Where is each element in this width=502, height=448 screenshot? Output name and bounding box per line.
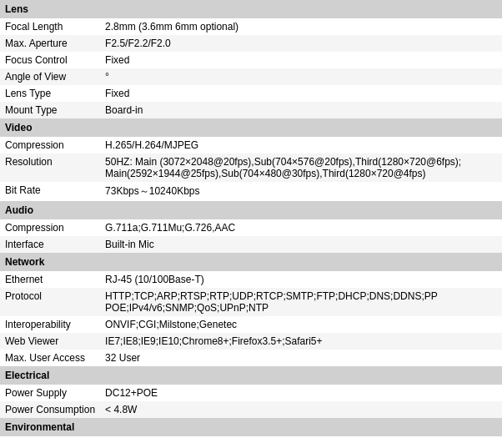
row-value: < 4.8W <box>100 401 502 418</box>
row-value: 50HZ: Main (3072×2048@20fps),Sub(704×576… <box>100 154 502 182</box>
row-value: ONVIF;CGI;Milstone;Genetec <box>100 316 502 333</box>
section-title: Electrical <box>0 366 502 385</box>
row-label: Compression <box>0 219 100 236</box>
table-row: CompressionG.711a;G.711Mu;G.726,AAC <box>0 219 502 236</box>
section-title: Environmental <box>0 418 502 436</box>
row-value: Fixed <box>100 52 502 68</box>
section-header: Network <box>0 253 502 271</box>
row-label: Lens Type <box>0 85 100 102</box>
row-label: Protocol <box>0 288 100 316</box>
row-label: Power Consumption <box>0 401 100 418</box>
row-value: 2.8mm (3.6mm 6mm optional) <box>100 18 502 35</box>
table-row: Max. User Access32 User <box>0 350 502 366</box>
section-title: Network <box>0 253 502 271</box>
row-label: Max. User Access <box>0 350 100 366</box>
table-row: EthernetRJ-45 (10/100Base-T) <box>0 271 502 288</box>
section-header: Environmental <box>0 418 502 436</box>
row-label: Interoperability <box>0 316 100 333</box>
section-header: Electrical <box>0 366 502 385</box>
table-row: InterfaceBuilt-in Mic <box>0 236 502 253</box>
section-title: Lens <box>0 0 502 18</box>
table-row: Mount TypeBoard-in <box>0 102 502 118</box>
row-label: Interface <box>0 236 100 253</box>
section-header: Audio <box>0 201 502 219</box>
row-value: H.265/H.264/MJPEG <box>100 137 502 154</box>
table-row: Focal Length2.8mm (3.6mm 6mm optional) <box>0 18 502 35</box>
table-row: Max. ApertureF2.5/F2.2/F2.0 <box>0 35 502 52</box>
row-value: F2.5/F2.2/F2.0 <box>100 35 502 52</box>
row-value: ° <box>100 68 502 85</box>
row-label: Angle of View <box>0 68 100 85</box>
section-header: Video <box>0 118 502 137</box>
section-header: Lens <box>0 0 502 18</box>
row-value: 73Kbps～10240Kbps <box>100 182 502 201</box>
section-title: Video <box>0 118 502 137</box>
table-row: Angle of View° <box>0 68 502 85</box>
table-row: CompressionH.265/H.264/MJPEG <box>0 137 502 154</box>
table-row: Power SupplyDC12+POE <box>0 385 502 401</box>
row-label: Resolution <box>0 154 100 182</box>
row-label: Max. Aperture <box>0 35 100 52</box>
row-value: RJ-45 (10/100Base-T) <box>100 271 502 288</box>
table-row: InteroperabilityONVIF;CGI;Milstone;Genet… <box>0 316 502 333</box>
row-label: Web Viewer <box>0 333 100 350</box>
row-value: IE7;IE8;IE9;IE10;Chrome8+;Firefox3.5+;Sa… <box>100 333 502 350</box>
table-row: Focus ControlFixed <box>0 52 502 68</box>
row-value: HTTP;TCP;ARP;RTSP;RTP;UDP;RTCP;SMTP;FTP;… <box>100 288 502 316</box>
row-label: Ethernet <box>0 271 100 288</box>
table-row: ProtocolHTTP;TCP;ARP;RTSP;RTP;UDP;RTCP;S… <box>0 288 502 316</box>
row-label: Power Supply <box>0 385 100 401</box>
table-row: Web ViewerIE7;IE8;IE9;IE10;Chrome8+;Fire… <box>0 333 502 350</box>
table-row: Lens TypeFixed <box>0 85 502 102</box>
row-label: Focal Length <box>0 18 100 35</box>
row-label: Focus Control <box>0 52 100 68</box>
table-row: Bit Rate73Kbps～10240Kbps <box>0 182 502 201</box>
row-value: G.711a;G.711Mu;G.726,AAC <box>100 219 502 236</box>
row-value: Board-in <box>100 102 502 118</box>
section-title: Audio <box>0 201 502 219</box>
row-label: Bit Rate <box>0 182 100 201</box>
spec-table: LensFocal Length2.8mm (3.6mm 6mm optiona… <box>0 0 502 436</box>
row-label: Mount Type <box>0 102 100 118</box>
row-value: Fixed <box>100 85 502 102</box>
table-row: Power Consumption< 4.8W <box>0 401 502 418</box>
table-row: Resolution50HZ: Main (3072×2048@20fps),S… <box>0 154 502 182</box>
row-value: Built-in Mic <box>100 236 502 253</box>
row-label: Compression <box>0 137 100 154</box>
row-value: DC12+POE <box>100 385 502 401</box>
row-value: 32 User <box>100 350 502 366</box>
